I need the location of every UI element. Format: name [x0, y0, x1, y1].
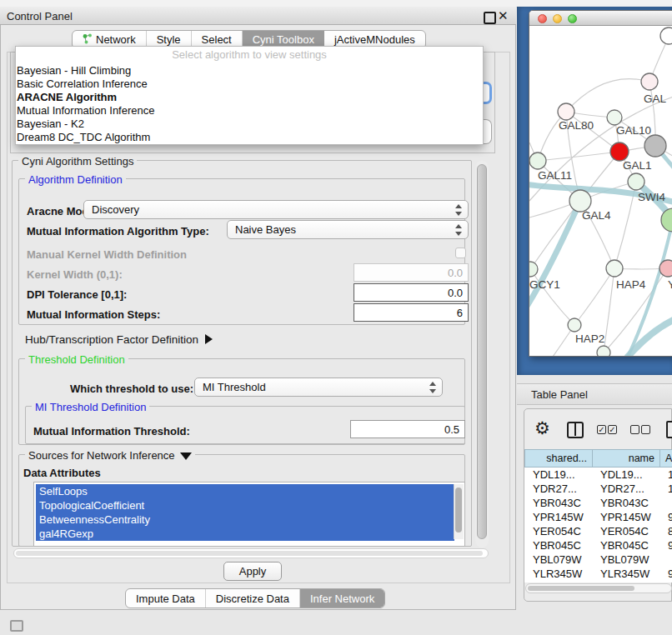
network-edge[interactable]: [538, 152, 619, 161]
table-row[interactable]: YIL052CYIL052C0.: [524, 581, 672, 582]
table-cell[interactable]: YER054C: [524, 524, 592, 538]
table-cell[interactable]: YER054C: [592, 524, 659, 538]
table-cell[interactable]: 8.: [659, 524, 672, 538]
table-row[interactable]: YBR043CYBR043C: [524, 496, 672, 510]
table-cell[interactable]: 0.: [659, 581, 672, 582]
table-cell[interactable]: 12: [659, 482, 672, 496]
list-vertical-scrollbar[interactable]: [454, 484, 464, 539]
unchecked-checkbox-icon[interactable]: [630, 425, 639, 434]
scrollbar-thumb[interactable]: [16, 551, 483, 556]
network-canvas[interactable]: GALGAL80GAL10GAL1GAL11SWI4GAL4GCY1HAP4YH…: [529, 26, 672, 357]
table-cell[interactable]: 13: [659, 468, 672, 482]
table-cell[interactable]: 9.: [659, 538, 672, 552]
table-row[interactable]: YLR345WYLR345W9.: [524, 567, 672, 581]
tab-impute-data[interactable]: Impute Data: [126, 589, 206, 608]
table-horizontal-scrollbar[interactable]: [525, 583, 672, 593]
table-cell[interactable]: YLR345W: [592, 567, 659, 581]
which-threshold-combo[interactable]: MI Threshold: [194, 378, 443, 397]
float-panel-icon[interactable]: [484, 12, 496, 24]
gear-icon[interactable]: ⚙: [534, 419, 550, 437]
zoom-traffic-light-icon[interactable]: [568, 14, 577, 23]
table-cell[interactable]: YDR27...: [524, 482, 592, 496]
network-node-gal80[interactable]: [558, 103, 574, 120]
list-item-gal4rgexp[interactable]: gal4RGexp: [36, 527, 454, 541]
checked-checkbox-icon[interactable]: ✓: [597, 425, 606, 434]
columns-icon[interactable]: [567, 422, 584, 438]
table-cell[interactable]: YIL052C: [592, 581, 659, 582]
network-edge-highlighted[interactable]: [529, 201, 580, 308]
network-node-gal11[interactable]: [529, 152, 546, 169]
network-edge-highlighted[interactable]: [628, 316, 672, 357]
list-item-betweennesscentrality[interactable]: BetweennessCentrality: [36, 512, 454, 527]
scrollbar-thumb[interactable]: [528, 586, 634, 591]
table-cell[interactable]: [659, 496, 672, 510]
network-node-swi4[interactable]: [628, 173, 644, 190]
table-row[interactable]: YPR145WYPR145W9.: [524, 510, 672, 524]
table-row[interactable]: YBR045CYBR045C9.: [524, 538, 672, 552]
scrollbar-thumb[interactable]: [477, 164, 487, 539]
network-node-gray-node[interactable]: [644, 135, 666, 157]
popup-item-bayesian-hill-climbing[interactable]: Bayesian - Hill Climbing: [17, 64, 480, 78]
mi-steps-field[interactable]: 6: [354, 303, 469, 322]
sources-group-title[interactable]: Sources for Network Inference: [25, 449, 195, 462]
tab-discretize-data[interactable]: Discretize Data: [206, 589, 300, 608]
table-cell[interactable]: YBL079W: [592, 552, 659, 567]
popup-item-dream8[interactable]: Dream8 DC_TDC Algorithm: [17, 131, 480, 144]
network-node-hap2[interactable]: [568, 318, 581, 332]
network-node-hap4[interactable]: [606, 260, 623, 277]
settings-horizontal-scrollbar[interactable]: [13, 548, 489, 558]
table-cell[interactable]: YDR27...: [592, 482, 659, 496]
scrollbar-thumb[interactable]: [455, 488, 462, 532]
network-node-pink-top[interactable]: [641, 73, 658, 90]
column-header-name[interactable]: name: [592, 449, 660, 468]
manual-kernel-width-checkbox[interactable]: [455, 248, 466, 258]
checked-checkbox-icon[interactable]: ✓: [608, 425, 617, 434]
aracne-mode-combo[interactable]: Discovery: [83, 200, 469, 219]
list-item-topologicalcoefficient[interactable]: TopologicalCoefficient: [36, 498, 454, 512]
hub-section-toggle[interactable]: Hub/Transcription Factor Definition: [25, 333, 213, 346]
document-icon[interactable]: [666, 421, 672, 438]
table-cell[interactable]: YPR145W: [592, 510, 659, 524]
table-cell[interactable]: YDL19...: [524, 468, 592, 482]
minimize-traffic-light-icon[interactable]: [553, 14, 562, 23]
table-row[interactable]: YBL079WYBL079W: [524, 552, 672, 567]
table-row[interactable]: YDR27...YDR27...12: [524, 482, 672, 496]
table-cell[interactable]: YBR045C: [592, 538, 659, 552]
table-cell[interactable]: YBL079W: [524, 552, 592, 567]
table-cell[interactable]: 9.: [659, 510, 672, 524]
network-edge[interactable]: [566, 79, 649, 112]
data-attributes-list[interactable]: SelfLoops TopologicalCoefficient Between…: [33, 482, 465, 547]
network-node-bottom-partial[interactable]: [597, 346, 610, 357]
column-header-partial[interactable]: A: [659, 449, 672, 468]
table-cell[interactable]: YBR043C: [524, 496, 592, 510]
popup-item-mutual-information[interactable]: Mutual Information Inference: [17, 104, 480, 118]
apply-button[interactable]: Apply: [223, 562, 282, 581]
popup-item-bayesian-k2[interactable]: Bayesian - K2: [17, 118, 480, 131]
network-node-gal10[interactable]: [607, 110, 622, 125]
cytopanel-dock-icon[interactable]: [10, 620, 23, 632]
column-header-shared-name[interactable]: shared...: [524, 449, 593, 468]
table-cell[interactable]: YBR043C: [592, 496, 659, 510]
network-node-pink-right[interactable]: [659, 260, 672, 277]
table-row[interactable]: YER054CYER054C8.: [524, 524, 672, 538]
list-item-selfloops[interactable]: SelfLoops: [36, 484, 454, 498]
mi-algorithm-type-combo[interactable]: Naive Bayes: [227, 220, 469, 239]
network-node-top-partial[interactable]: [660, 28, 672, 44]
control-panel-titlebar[interactable]: [0, 7, 516, 25]
network-view-window[interactable]: GALGAL80GAL10GAL1GAL11SWI4GAL4GCY1HAP4YH…: [529, 10, 672, 357]
settings-vertical-scrollbar[interactable]: [475, 161, 489, 548]
table-cell[interactable]: 9.: [659, 567, 672, 581]
table-cell[interactable]: YDL19...: [592, 468, 659, 482]
kernel-width-field[interactable]: 0.0: [354, 263, 469, 282]
close-panel-icon[interactable]: ✕: [498, 8, 509, 23]
table-cell[interactable]: YBR045C: [524, 538, 592, 552]
table-cell[interactable]: [659, 552, 672, 567]
table-cell[interactable]: YPR145W: [524, 510, 592, 524]
network-node-gcy1[interactable]: [529, 262, 538, 277]
popup-item-basic-correlation[interactable]: Basic Correlation Inference: [17, 78, 480, 91]
popup-item-aracne[interactable]: ARACNE Algorithm: [17, 91, 480, 104]
mi-threshold-field[interactable]: 0.5: [350, 420, 465, 438]
table-row[interactable]: YDL19...YDL19...13: [524, 468, 672, 482]
network-node-gal1-selected[interactable]: [610, 142, 629, 161]
close-traffic-light-icon[interactable]: [538, 14, 547, 23]
